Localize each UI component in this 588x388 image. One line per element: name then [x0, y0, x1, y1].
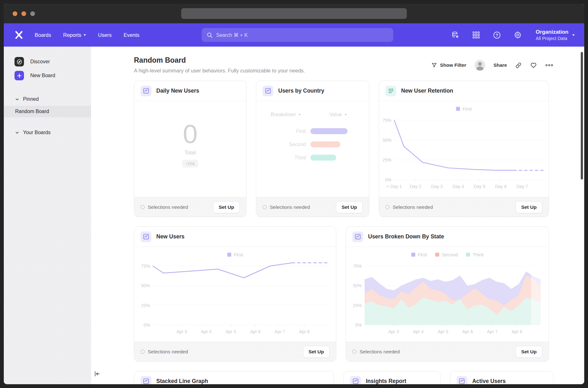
sidebar: Discover New Board Pinned Random Board Y… — [4, 47, 91, 384]
svg-text:75%: 75% — [383, 118, 391, 123]
nav-item-reports[interactable]: Reports — [63, 32, 86, 38]
svg-text:Apr 7: Apr 7 — [487, 329, 498, 334]
metric-label: Total — [185, 150, 196, 156]
main-content: Random Board A high-level summary of use… — [91, 47, 584, 384]
legend-item: First — [227, 252, 243, 257]
compass-icon — [14, 57, 24, 66]
data-management-icon[interactable] — [451, 31, 459, 39]
card-title: New User Retention — [401, 88, 453, 94]
card-header: Users by Country — [256, 81, 369, 101]
svg-text:Apr 8: Apr 8 — [512, 329, 522, 334]
status-ring-icon — [262, 205, 267, 209]
line-chart-icon — [141, 376, 151, 385]
card-title: Users by Country — [278, 88, 324, 94]
svg-text:75%: 75% — [141, 264, 150, 269]
card-body: First 0%25%50%75%< Day 1Day 2Day 3Day 4D… — [379, 101, 549, 197]
top-nav: Boards Reports Users Events Search ⌘ + K — [4, 23, 584, 47]
collapse-sidebar-icon[interactable] — [94, 370, 101, 379]
avatar[interactable] — [475, 60, 485, 71]
svg-text:75%: 75% — [353, 264, 362, 269]
card-title: New Users — [156, 233, 185, 240]
line-chart-icon — [262, 86, 273, 96]
svg-text:25%: 25% — [383, 157, 391, 163]
status-text: Selections needed — [141, 349, 188, 355]
copy-link-button[interactable] — [515, 62, 522, 69]
bar — [310, 141, 340, 147]
card-active-users: Active Users — [450, 371, 553, 384]
scrollbar-thumb[interactable] — [581, 52, 583, 180]
legend-item: First — [411, 252, 427, 257]
card-row-3: Stacked Line Graph Insights Report — [134, 371, 553, 384]
nav-item-events[interactable]: Events — [124, 32, 139, 38]
country-bar-row: First — [268, 128, 348, 134]
sidebar-item-new-board[interactable]: New Board — [4, 69, 91, 83]
state-area-chart: 0%25%50%75%Apr 3Apr 4Apr 5Apr 6Apr 7Apr … — [349, 258, 545, 336]
card-footer: Selections needed Set Up — [379, 197, 549, 217]
heart-icon — [530, 62, 537, 69]
bar-label: Third — [268, 155, 306, 161]
value-dropdown[interactable]: Value — [329, 112, 347, 117]
svg-text:Apr 6: Apr 6 — [462, 329, 473, 334]
card-title: Insights Report — [366, 378, 406, 384]
sidebar-item-random-board[interactable]: Random Board — [4, 106, 91, 117]
sidebar-label: New Board — [30, 73, 55, 78]
page-subtitle: A high-level summary of user behaviors. … — [134, 68, 305, 74]
nav-item-boards[interactable]: Boards — [35, 32, 51, 38]
set-up-button[interactable]: Set Up — [516, 201, 542, 213]
logo-x-icon — [14, 30, 24, 40]
address-bar[interactable] — [181, 8, 407, 19]
line-chart-icon — [141, 86, 151, 96]
card-body: FirstSecondThird 0%25%50%75%Apr 3Apr 4Ap… — [346, 247, 549, 342]
sidebar-item-discover[interactable]: Discover — [4, 55, 91, 69]
favorite-button[interactable] — [530, 62, 537, 69]
card-footer: Selections needed Set Up — [134, 342, 336, 361]
plus-icon — [14, 71, 24, 80]
svg-text:0%: 0% — [385, 177, 391, 182]
breakdown-dropdown[interactable]: Breakdown — [271, 112, 301, 117]
card-row-2: New Users First 0%25%50%75%Apr 3Apr 4Apr… — [134, 226, 553, 362]
nav-label: Reports — [63, 32, 81, 38]
zoom-window-button[interactable] — [30, 11, 35, 16]
set-up-button[interactable]: Set Up — [516, 346, 542, 358]
show-filter-button[interactable]: Show Filter — [431, 62, 466, 68]
svg-text:50%: 50% — [383, 138, 391, 143]
org-subtitle: All Project Data — [536, 36, 568, 41]
minimize-window-button[interactable] — [21, 11, 26, 16]
legend-item: Second — [435, 252, 458, 257]
svg-text:Apr 5: Apr 5 — [438, 329, 448, 334]
nav-item-users[interactable]: Users — [98, 32, 112, 38]
card-title: Daily New Users — [156, 88, 199, 94]
org-switcher[interactable]: Organization All Project Data — [536, 29, 575, 41]
card-footer: Selections needed Set Up — [134, 197, 246, 217]
more-options-button[interactable] — [545, 63, 553, 67]
sidebar-section-your-boards[interactable]: Your Boards — [4, 128, 91, 137]
svg-text:Apr 3: Apr 3 — [389, 329, 399, 334]
share-label: Share — [493, 62, 507, 68]
retention-grid-icon — [385, 86, 396, 96]
line-chart-icon — [141, 231, 151, 242]
card-body: 0 Total ↑0% — [134, 101, 246, 197]
status-ring-icon — [141, 205, 145, 209]
svg-text:0%: 0% — [144, 322, 150, 328]
card-header: Stacked Line Graph — [134, 371, 334, 384]
close-window-button[interactable] — [13, 11, 17, 16]
card-header: New User Retention — [379, 81, 549, 101]
board-header: Random Board A high-level summary of use… — [134, 56, 553, 74]
svg-text:Day 3: Day 3 — [431, 184, 443, 189]
bar-label: First — [268, 128, 306, 134]
app-grid-icon[interactable] — [472, 31, 480, 39]
help-icon[interactable]: ? — [493, 31, 501, 39]
sidebar-section-pinned[interactable]: Pinned — [4, 95, 91, 103]
search-input[interactable]: Search ⌘ + K — [202, 28, 393, 42]
mixpanel-logo[interactable] — [13, 29, 25, 41]
share-button[interactable]: Share — [493, 62, 507, 68]
svg-text:Apr 3: Apr 3 — [176, 329, 187, 334]
set-up-button[interactable]: Set Up — [213, 201, 240, 213]
legend-item: Third — [466, 252, 483, 257]
set-up-button[interactable]: Set Up — [303, 346, 330, 358]
card-title: Users Broken Down By State — [368, 233, 444, 240]
settings-icon[interactable] — [514, 31, 522, 39]
chart-legend: First — [379, 105, 549, 112]
set-up-button[interactable]: Set Up — [336, 201, 363, 213]
card-daily-new-users: Daily New Users 0 Total ↑0% Selections n… — [134, 81, 246, 217]
